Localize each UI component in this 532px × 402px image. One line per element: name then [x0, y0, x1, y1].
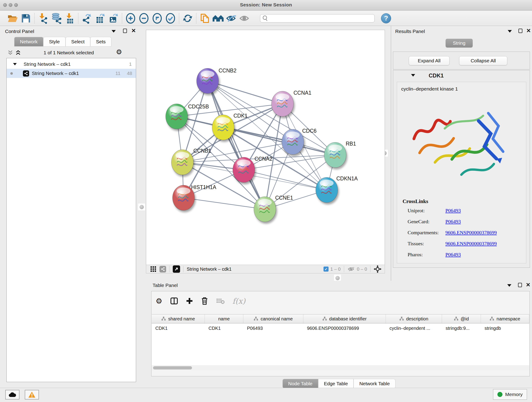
zoom-out-button[interactable]: [137, 12, 151, 25]
birds-eye-view-icon[interactable]: [150, 266, 156, 272]
table-panel-close-icon[interactable]: ✕: [526, 282, 530, 288]
node-CDK1[interactable]: CDK1: [212, 113, 247, 140]
cdk1-section: CDK1 cyclin–dependent kinase 1: [393, 70, 530, 268]
control-panel-menu-icon[interactable]: [112, 30, 116, 32]
zoom-fit-button[interactable]: [151, 12, 164, 25]
search-input[interactable]: [269, 16, 370, 21]
import-table-file-button[interactable]: [63, 12, 76, 25]
results-panel-close-icon[interactable]: ✕: [526, 28, 531, 33]
tab-sets[interactable]: Sets: [90, 37, 111, 46]
hide-selected-button[interactable]: [225, 12, 238, 25]
node-HIST1H1A[interactable]: HIST1H1A: [172, 184, 216, 211]
network-collection-row[interactable]: String Network – cdk1 1: [7, 60, 136, 69]
create-column-plus-icon[interactable]: [186, 297, 193, 305]
node-CCNE1[interactable]: CCNE1: [254, 195, 293, 222]
table-row[interactable]: CDK1CDK1P064939606.ENSP00000378699cyclin…: [152, 323, 529, 333]
node-CCNB2[interactable]: CCNB2: [196, 68, 236, 94]
results-panel-float-icon[interactable]: [519, 29, 522, 33]
column-header-canonical-name[interactable]: canonical name: [243, 314, 303, 323]
string-network-graph[interactable]: CCNB2CCNA1CDC25BCDK1CDC6RB1CCNB1CCNA2CDK…: [146, 30, 385, 264]
cdk1-section-header[interactable]: CDK1: [393, 70, 530, 81]
tab-node-table[interactable]: Node Table: [283, 379, 318, 388]
table-cell[interactable]: CDK1: [205, 323, 243, 333]
expand-collapse-box: Expand All Collapse All: [393, 51, 530, 70]
column-header-namespace[interactable]: namespace: [481, 314, 529, 323]
crosslink-link[interactable]: P06493: [445, 208, 461, 214]
search-box[interactable]: [260, 14, 375, 22]
open-in-window-icon[interactable]: [173, 265, 180, 273]
results-panel-title: Results Panel: [395, 29, 425, 34]
fit-content-crosshair-icon[interactable]: [374, 265, 381, 273]
column-header-shared-name[interactable]: shared name: [152, 314, 205, 323]
crosslink-label: Pharos:: [408, 252, 445, 258]
cdk1-collapse-icon[interactable]: [411, 74, 415, 77]
network-row-selected[interactable]: String Network – cdk1 11 48: [7, 69, 136, 78]
table-panel-float-icon[interactable]: [518, 283, 522, 287]
table-tabs: Node Table Edge Table Network Table: [146, 379, 532, 388]
left-splitter-handle[interactable]: [138, 204, 145, 211]
table-panel-menu-icon[interactable]: [507, 284, 511, 287]
zoom-selected-button[interactable]: [164, 12, 177, 25]
table-cell[interactable]: stringdb: [481, 323, 529, 333]
column-header-label: name: [218, 316, 230, 322]
table-panel: Table Panel ✕ ⚙: [146, 281, 532, 388]
save-session-button[interactable]: [19, 12, 32, 25]
collapse-all-button[interactable]: Collapse All: [459, 56, 507, 65]
column-header--id[interactable]: @id: [442, 314, 481, 323]
export-image-button[interactable]: [107, 12, 120, 25]
horizontal-splitter-handle[interactable]: [334, 274, 341, 281]
column-header-database-identifier[interactable]: database identifier: [303, 314, 386, 323]
control-panel-float-icon[interactable]: [123, 29, 127, 33]
apply-layout-button[interactable]: [181, 12, 194, 25]
export-network-icon: [81, 13, 92, 24]
show-columns-icon[interactable]: [170, 297, 178, 305]
table-horizontal-scrollbar[interactable]: [152, 366, 529, 370]
table-cell[interactable]: CDK1: [152, 323, 205, 333]
warnings-button[interactable]: [25, 390, 39, 400]
column-header-description[interactable]: description: [386, 314, 442, 323]
crosslink-link[interactable]: 9606.ENSP00000378699: [445, 241, 497, 247]
node-CDKN1A[interactable]: CDKN1A: [316, 176, 358, 203]
tab-edge-table[interactable]: Edge Table: [318, 379, 354, 388]
collection-expand-icon[interactable]: [13, 63, 17, 65]
selected-checkbox-icon[interactable]: ✓: [323, 267, 329, 272]
cdk1-section-title: CDK1: [429, 72, 443, 79]
column-header-name[interactable]: name: [205, 314, 243, 323]
import-network-database-button[interactable]: [50, 12, 63, 25]
network-canvas[interactable]: CCNB2CCNA1CDC25BCDK1CDC6RB1CCNB1CCNA2CDK…: [146, 30, 385, 265]
network-type-badge-icon[interactable]: [159, 266, 166, 273]
delete-column-trash-icon[interactable]: [201, 297, 208, 305]
control-panel-close-icon[interactable]: ✕: [131, 28, 136, 33]
memory-button[interactable]: Memory: [493, 389, 527, 400]
help-button[interactable]: ?: [381, 13, 391, 23]
node-RB1[interactable]: RB1: [324, 141, 356, 167]
table-settings-gear-icon[interactable]: ⚙: [156, 297, 162, 305]
tab-select[interactable]: Select: [65, 37, 90, 46]
table-cell[interactable]: cyclin–dependent ...: [386, 323, 442, 333]
crosslink-link[interactable]: P06493: [445, 219, 461, 225]
network-options-gear-icon[interactable]: ⚙: [116, 49, 122, 56]
cloud-status-button[interactable]: [5, 390, 19, 400]
clone-network-button[interactable]: [198, 12, 211, 25]
collection-label: String Network – cdk1: [24, 61, 70, 67]
results-panel-menu-icon[interactable]: [508, 30, 512, 32]
table-cell[interactable]: 9606.ENSP00000378699: [303, 323, 386, 333]
crosslink-link[interactable]: 9606.ENSP00000378699: [445, 230, 497, 236]
first-neighbors-button[interactable]: [211, 12, 225, 25]
zoom-in-button[interactable]: [124, 12, 137, 25]
tab-network-table[interactable]: Network Table: [354, 379, 395, 388]
tab-string[interactable]: String: [446, 39, 473, 47]
crosslink-link[interactable]: P06493: [445, 252, 461, 258]
scrollbar-thumb[interactable]: [153, 366, 192, 370]
export-table-button[interactable]: [94, 12, 107, 25]
show-all-button[interactable]: [238, 12, 251, 25]
import-network-file-button[interactable]: [36, 12, 50, 25]
table-cell[interactable]: P06493: [243, 323, 303, 333]
table-cell[interactable]: stringdb:9...: [442, 323, 481, 333]
tab-style[interactable]: Style: [43, 37, 65, 46]
open-session-button[interactable]: [6, 12, 19, 25]
tab-network[interactable]: Network: [14, 37, 43, 46]
node-label-CCNB1: CCNB1: [193, 148, 211, 154]
expand-all-button[interactable]: Expand All: [409, 56, 450, 65]
export-network-button[interactable]: [80, 12, 94, 25]
